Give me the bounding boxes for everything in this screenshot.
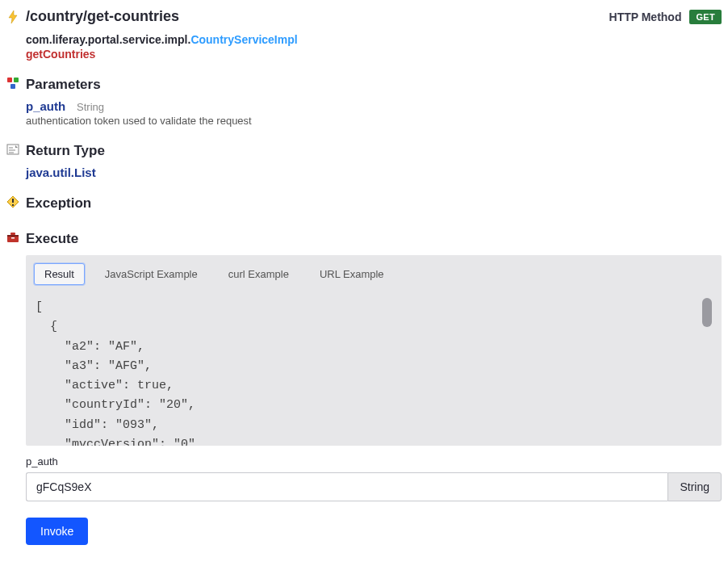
impl-class-prefix: com.liferay.portal.service.impl.: [26, 33, 190, 46]
param-name: p_auth: [26, 99, 65, 113]
return-type-body: java.util.List: [26, 166, 722, 179]
impl-method-name: getCountries: [26, 48, 722, 61]
parameter-row: p_auth String authentication token used …: [26, 99, 722, 127]
p-auth-label: p_auth: [26, 455, 722, 467]
svg-rect-9: [11, 237, 15, 239]
result-output[interactable]: [ { "a2": "AF", "a3": "AFG", "active": t…: [34, 296, 713, 446]
http-method-label: HTTP Method: [609, 10, 682, 23]
tab-javascript-example[interactable]: JavaScript Example: [94, 263, 208, 285]
p-auth-input[interactable]: [26, 472, 667, 501]
p-auth-type-addon: String: [667, 472, 722, 501]
execute-section-header: Execute: [6, 231, 722, 247]
tab-url-example[interactable]: URL Example: [309, 263, 395, 285]
tab-result[interactable]: Result: [34, 263, 85, 285]
impl-block: com.liferay.portal.service.impl.CountryS…: [26, 33, 722, 61]
svg-rect-5: [12, 204, 14, 206]
invoke-button[interactable]: Invoke: [26, 518, 88, 545]
svg-rect-1: [14, 78, 19, 82]
http-method-badge: GET: [689, 10, 722, 24]
svg-rect-2: [10, 84, 15, 89]
endpoint-header-left: /country/get-countries: [6, 8, 179, 25]
p-auth-input-group: String: [26, 472, 722, 501]
result-output-wrap: [ { "a2": "AF", "a3": "AFG", "active": t…: [34, 296, 713, 446]
execute-panel: Result JavaScript Example curl Example U…: [26, 255, 722, 446]
parameters-body: p_auth String authentication token used …: [26, 99, 722, 127]
impl-class-line: com.liferay.portal.service.impl.CountryS…: [26, 33, 722, 46]
execute-icon: [6, 231, 19, 244]
http-method-block: HTTP Method GET: [609, 10, 722, 24]
endpoint-path: /country/get-countries: [26, 8, 179, 25]
execute-title: Execute: [26, 231, 78, 247]
return-type-section-header: Return Type: [6, 143, 722, 159]
parameters-title: Parameters: [26, 77, 101, 93]
svg-rect-7: [7, 235, 19, 237]
impl-class-link[interactable]: CountryServiceImpl: [190, 33, 297, 46]
execute-form: p_auth String Invoke: [26, 455, 722, 545]
svg-rect-0: [7, 78, 12, 82]
tab-curl-example[interactable]: curl Example: [218, 263, 299, 285]
svg-rect-8: [10, 233, 15, 235]
exception-icon: [6, 195, 19, 208]
return-type-title: Return Type: [26, 143, 105, 159]
endpoint-header: /country/get-countries HTTP Method GET: [6, 8, 722, 25]
parameters-icon: [6, 77, 19, 90]
svg-rect-4: [12, 199, 14, 203]
return-type-value: java.util.List: [26, 166, 96, 179]
result-scrollbar[interactable]: [702, 298, 712, 439]
param-type: String: [77, 101, 104, 113]
execute-tabs: Result JavaScript Example curl Example U…: [34, 263, 713, 285]
result-scrollbar-thumb[interactable]: [702, 298, 712, 327]
exception-section-header: Exception: [6, 195, 722, 212]
lightning-icon: [6, 10, 19, 23]
exception-title: Exception: [26, 195, 91, 212]
return-type-icon: [6, 143, 19, 156]
parameters-section-header: Parameters: [6, 77, 722, 93]
param-description: authentication token used to validate th…: [26, 115, 722, 127]
